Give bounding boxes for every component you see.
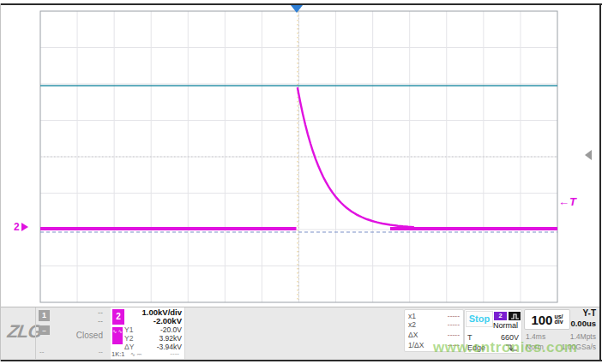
cursor-dy-label: ΔY (124, 343, 134, 351)
timebase-unit-bottom: div (554, 319, 563, 325)
display-mode: Y-T (582, 308, 596, 318)
channel2-offset: -2.00kV (154, 316, 182, 325)
channel2-probe-ratio: 1K:1 (111, 350, 124, 358)
cursor-y2-label: Y2 (124, 334, 133, 343)
cursor-y2-value: 3.92kV (160, 334, 182, 343)
channel2-block[interactable]: 2 1.00kV/div -2.00kV ∿ ∿ Y1 -20.0V Y2 3.… (111, 307, 185, 359)
waveform-display (0, 0, 602, 307)
channel1-value2: -- (98, 317, 103, 325)
cursor-dx-row: ΔX ----- (408, 331, 460, 339)
channel2-badge[interactable]: 2 (112, 309, 124, 325)
trigger-position-icon[interactable] (291, 5, 303, 13)
timebase-scale-number: 100 (531, 313, 552, 327)
channel2-probe-dashes: ---- (170, 349, 179, 357)
channel1-sub-badge: – (39, 325, 50, 335)
channel1-status: Closed (76, 331, 103, 340)
trigger-level-label: T (569, 195, 576, 208)
panel-collapse-arrow-icon[interactable] (585, 150, 592, 160)
channel1-badge[interactable]: 1 (39, 310, 50, 321)
cursor-inv-dx-label: 1/ΔX (408, 341, 424, 349)
cursor-y1-value: -20.0V (160, 325, 182, 334)
channel2-position-marker[interactable]: 2 (14, 221, 28, 233)
timebase-scale-box[interactable]: 100 us/ div (524, 309, 570, 330)
cursor-x1-value: ----- (448, 312, 460, 320)
run-stop-button[interactable]: Stop (466, 311, 493, 327)
channel2-position-label: 2 (14, 221, 20, 233)
cursor-x2-row: x2 ----- (408, 320, 460, 329)
channel2-probe-icons: ∿ ⎓ (130, 351, 141, 358)
channel2-trace-decay (298, 88, 413, 227)
cursor-x2-label: x2 (408, 320, 416, 329)
trigger-edge-type-icon (509, 312, 521, 320)
cursor-y1-label: Y1 (124, 325, 133, 334)
channel1-block[interactable]: 1 -- -- – Closed -- -- (35, 307, 111, 359)
channel1-value1: -- (98, 308, 103, 317)
channel2-position-arrow-icon (21, 223, 28, 231)
channel1-bottom-right: -- (99, 348, 103, 355)
channel1-bottom-left: -- (39, 348, 44, 355)
cursor-dx-label: ΔX (408, 331, 418, 339)
frame-bottom-border (0, 360, 602, 361)
trigger-level-marker[interactable]: ←T (558, 195, 576, 208)
oscilloscope-screenshot: 2 ←T ZLG® 1 -- -- – Closed -- -- 2 1.00k… (0, 0, 602, 364)
cursor-x1-row: x1 ----- (408, 312, 460, 320)
trigger-source-badge[interactable]: 2 (494, 312, 507, 320)
channel2-coupling-icons: ∿ ∿ (112, 327, 123, 344)
cursor-x1-label: x1 (408, 312, 416, 320)
cursor-y2-row: Y2 3.92kV (124, 334, 182, 343)
cursor-y1-row: Y1 -20.0V (124, 325, 182, 334)
trigger-mode[interactable]: Normal (493, 321, 518, 330)
timebase-scale-unit: us/ div (554, 314, 563, 325)
watermark: www.cntronics.com (433, 339, 577, 356)
trigger-delay: 0.00us (570, 319, 596, 328)
trigger-level-arrow-icon: ← (558, 195, 569, 208)
cursor-dx-value: ----- (448, 331, 460, 339)
cursor-x2-value: ----- (448, 320, 460, 329)
